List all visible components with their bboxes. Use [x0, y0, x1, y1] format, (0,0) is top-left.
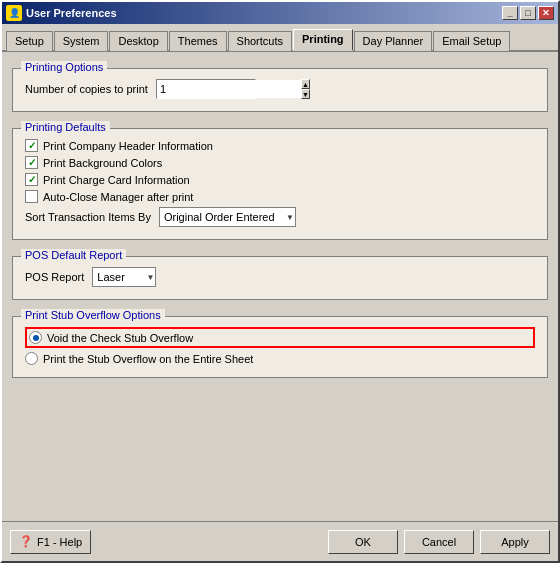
printing-options-label: Printing Options: [21, 61, 107, 73]
help-label: F1 - Help: [37, 536, 82, 548]
printing-defaults-group: Printing Defaults Print Company Header I…: [12, 128, 548, 240]
apply-button[interactable]: Apply: [480, 530, 550, 554]
cancel-button[interactable]: Cancel: [404, 530, 474, 554]
tab-themes[interactable]: Themes: [169, 31, 227, 51]
copies-input[interactable]: [157, 80, 301, 98]
sort-label: Sort Transaction Items By: [25, 211, 151, 223]
pos-report-field-label: POS Report: [25, 271, 84, 283]
help-icon: ❓: [19, 535, 33, 548]
checkbox-3[interactable]: [25, 190, 38, 203]
checkbox-row-3[interactable]: Auto-Close Manager after print: [25, 190, 535, 203]
print-stub-label: Print the Stub Overflow on the Entire Sh…: [43, 353, 253, 365]
copies-row: Number of copies to print ▲ ▼: [25, 79, 535, 99]
bottom-bar: ❓ F1 - Help OK Cancel Apply: [2, 521, 558, 561]
tab-setup[interactable]: Setup: [6, 31, 53, 51]
sort-row: Sort Transaction Items By Original Order…: [25, 207, 535, 227]
tab-shortcuts[interactable]: Shortcuts: [228, 31, 292, 51]
help-button[interactable]: ❓ F1 - Help: [10, 530, 91, 554]
void-stub-radio[interactable]: [29, 331, 42, 344]
checkbox-label-1: Print Background Colors: [43, 157, 162, 169]
pos-report-select[interactable]: Laser Receipt Kitchen: [92, 267, 156, 287]
window-icon: 👤: [6, 5, 22, 21]
pos-default-report-group: POS Default Report POS Report Laser Rece…: [12, 256, 548, 300]
sort-select-wrapper[interactable]: Original Order Entered Item Name Price ▼: [159, 207, 296, 227]
spinbox-up-button[interactable]: ▲: [301, 79, 310, 89]
spinbox-down-button[interactable]: ▼: [301, 89, 310, 99]
close-button[interactable]: ✕: [538, 6, 554, 20]
tab-system[interactable]: System: [54, 31, 109, 51]
spinbox-buttons: ▲ ▼: [301, 79, 310, 99]
tabs-bar: Setup System Desktop Themes Shortcuts Pr…: [2, 24, 558, 52]
print-stub-radio-row[interactable]: Print the Stub Overflow on the Entire Sh…: [25, 352, 535, 365]
copies-label: Number of copies to print: [25, 83, 148, 95]
main-window: 👤 User Preferences _ □ ✕ Setup System De…: [0, 0, 560, 563]
print-stub-radio[interactable]: [25, 352, 38, 365]
print-stub-overflow-group: Print Stub Overflow Options Void the Che…: [12, 316, 548, 378]
printing-defaults-label: Printing Defaults: [21, 121, 110, 133]
checkbox-row-1[interactable]: Print Background Colors: [25, 156, 535, 169]
sort-select[interactable]: Original Order Entered Item Name Price: [159, 207, 296, 227]
pos-report-row: POS Report Laser Receipt Kitchen ▼: [25, 267, 535, 287]
checkbox-row-2[interactable]: Print Charge Card Information: [25, 173, 535, 186]
window-title: User Preferences: [26, 7, 502, 19]
bottom-buttons: OK Cancel Apply: [328, 530, 550, 554]
void-stub-radio-row[interactable]: Void the Check Stub Overflow: [25, 327, 535, 348]
copies-spinbox[interactable]: ▲ ▼: [156, 79, 256, 99]
checkbox-label-3: Auto-Close Manager after print: [43, 191, 193, 203]
minimize-button[interactable]: _: [502, 6, 518, 20]
checkbox-row-0[interactable]: Print Company Header Information: [25, 139, 535, 152]
tab-desktop[interactable]: Desktop: [109, 31, 167, 51]
void-stub-label: Void the Check Stub Overflow: [47, 332, 193, 344]
checkbox-1[interactable]: [25, 156, 38, 169]
maximize-button[interactable]: □: [520, 6, 536, 20]
checkbox-label-2: Print Charge Card Information: [43, 174, 190, 186]
printing-options-group: Printing Options Number of copies to pri…: [12, 68, 548, 112]
title-bar-buttons: _ □ ✕: [502, 6, 554, 20]
pos-report-label: POS Default Report: [21, 249, 126, 261]
stub-overflow-label: Print Stub Overflow Options: [21, 309, 165, 321]
checkbox-2[interactable]: [25, 173, 38, 186]
content-area: Printing Options Number of copies to pri…: [2, 52, 558, 521]
tab-day-planner[interactable]: Day Planner: [354, 31, 433, 51]
title-bar: 👤 User Preferences _ □ ✕: [2, 2, 558, 24]
checkbox-label-0: Print Company Header Information: [43, 140, 213, 152]
tab-email-setup[interactable]: Email Setup: [433, 31, 510, 51]
checkbox-0[interactable]: [25, 139, 38, 152]
pos-report-select-wrapper[interactable]: Laser Receipt Kitchen ▼: [92, 267, 156, 287]
ok-button[interactable]: OK: [328, 530, 398, 554]
tab-printing[interactable]: Printing: [293, 29, 353, 51]
